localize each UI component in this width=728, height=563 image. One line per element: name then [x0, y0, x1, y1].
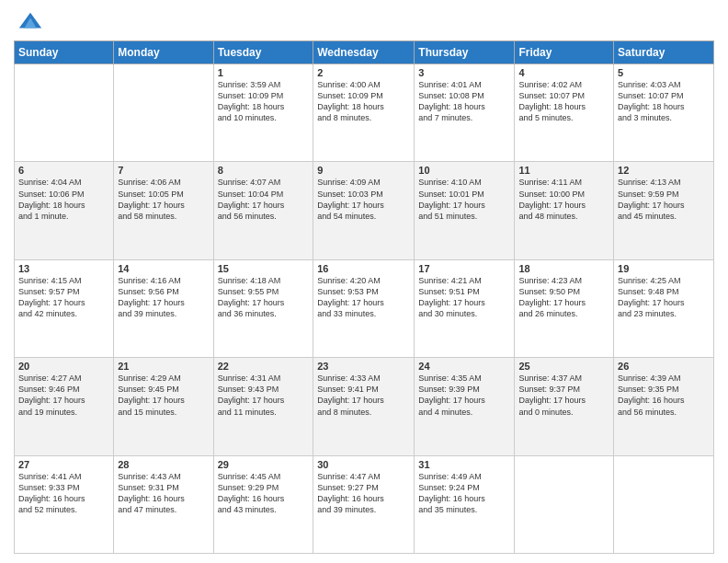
day-number: 22	[218, 361, 310, 372]
calendar-cell: 14Sunrise: 4:16 AM Sunset: 9:56 PM Dayli…	[114, 259, 213, 357]
calendar-cell: 21Sunrise: 4:29 AM Sunset: 9:45 PM Dayli…	[114, 358, 213, 455]
calendar-header-tuesday: Tuesday	[213, 41, 313, 64]
page: SundayMondayTuesdayWednesdayThursdayFrid…	[0, 0, 728, 563]
day-number: 19	[618, 263, 710, 274]
day-info: Sunrise: 4:18 AM Sunset: 9:55 PM Dayligh…	[218, 275, 310, 320]
calendar-header-saturday: Saturday	[614, 41, 714, 64]
calendar-cell	[614, 455, 714, 553]
calendar-cell: 11Sunrise: 4:11 AM Sunset: 10:00 PM Dayl…	[515, 162, 614, 259]
calendar-cell: 24Sunrise: 4:35 AM Sunset: 9:39 PM Dayli…	[415, 358, 515, 455]
day-info: Sunrise: 4:41 AM Sunset: 9:33 PM Dayligh…	[18, 471, 109, 516]
day-number: 9	[317, 165, 410, 176]
day-info: Sunrise: 4:03 AM Sunset: 10:07 PM Daylig…	[618, 79, 710, 124]
calendar-cell: 20Sunrise: 4:27 AM Sunset: 9:46 PM Dayli…	[15, 358, 114, 455]
calendar-cell: 17Sunrise: 4:21 AM Sunset: 9:51 PM Dayli…	[415, 259, 515, 357]
day-info: Sunrise: 4:45 AM Sunset: 9:29 PM Dayligh…	[218, 471, 310, 516]
calendar-cell	[515, 455, 614, 553]
day-info: Sunrise: 4:10 AM Sunset: 10:01 PM Daylig…	[418, 177, 510, 222]
day-number: 7	[118, 165, 209, 176]
calendar-week-4: 20Sunrise: 4:27 AM Sunset: 9:46 PM Dayli…	[15, 358, 714, 455]
calendar-cell: 18Sunrise: 4:23 AM Sunset: 9:50 PM Dayli…	[515, 259, 614, 357]
calendar-cell: 29Sunrise: 4:45 AM Sunset: 9:29 PM Dayli…	[213, 455, 313, 553]
day-info: Sunrise: 4:43 AM Sunset: 9:31 PM Dayligh…	[118, 471, 209, 516]
day-info: Sunrise: 4:23 AM Sunset: 9:50 PM Dayligh…	[518, 275, 609, 320]
day-info: Sunrise: 4:07 AM Sunset: 10:04 PM Daylig…	[218, 177, 310, 222]
day-number: 13	[18, 263, 109, 274]
calendar-cell: 5Sunrise: 4:03 AM Sunset: 10:07 PM Dayli…	[614, 64, 714, 162]
calendar-cell: 23Sunrise: 4:33 AM Sunset: 9:41 PM Dayli…	[313, 358, 415, 455]
day-number: 15	[218, 263, 310, 274]
calendar-cell: 10Sunrise: 4:10 AM Sunset: 10:01 PM Dayl…	[415, 162, 515, 259]
calendar-cell: 15Sunrise: 4:18 AM Sunset: 9:55 PM Dayli…	[213, 259, 313, 357]
calendar-table: SundayMondayTuesdayWednesdayThursdayFrid…	[14, 40, 714, 554]
day-info: Sunrise: 4:15 AM Sunset: 9:57 PM Dayligh…	[18, 275, 109, 320]
day-number: 25	[518, 361, 609, 372]
day-info: Sunrise: 3:59 AM Sunset: 10:09 PM Daylig…	[218, 79, 310, 124]
calendar-header-sunday: Sunday	[15, 41, 114, 64]
calendar-week-5: 27Sunrise: 4:41 AM Sunset: 9:33 PM Dayli…	[15, 455, 714, 553]
calendar-cell: 16Sunrise: 4:20 AM Sunset: 9:53 PM Dayli…	[313, 259, 415, 357]
calendar-header-thursday: Thursday	[415, 41, 515, 64]
day-info: Sunrise: 4:31 AM Sunset: 9:43 PM Dayligh…	[218, 373, 310, 418]
day-number: 20	[18, 361, 109, 372]
day-number: 14	[118, 263, 209, 274]
calendar-cell	[15, 64, 114, 162]
calendar-cell: 12Sunrise: 4:13 AM Sunset: 9:59 PM Dayli…	[614, 162, 714, 259]
calendar-header-friday: Friday	[515, 41, 614, 64]
day-info: Sunrise: 4:13 AM Sunset: 9:59 PM Dayligh…	[618, 177, 710, 222]
calendar-cell: 3Sunrise: 4:01 AM Sunset: 10:08 PM Dayli…	[415, 64, 515, 162]
day-number: 28	[118, 459, 209, 470]
day-number: 30	[317, 459, 410, 470]
day-number: 29	[218, 459, 310, 470]
day-number: 21	[118, 361, 209, 372]
day-info: Sunrise: 4:16 AM Sunset: 9:56 PM Dayligh…	[118, 275, 209, 320]
calendar-cell: 1Sunrise: 3:59 AM Sunset: 10:09 PM Dayli…	[213, 64, 313, 162]
day-number: 11	[518, 165, 609, 176]
calendar-cell	[114, 64, 213, 162]
day-number: 18	[518, 263, 609, 274]
calendar-cell: 27Sunrise: 4:41 AM Sunset: 9:33 PM Dayli…	[15, 455, 114, 553]
day-info: Sunrise: 4:47 AM Sunset: 9:27 PM Dayligh…	[317, 471, 410, 516]
day-number: 10	[418, 165, 510, 176]
day-info: Sunrise: 4:02 AM Sunset: 10:07 PM Daylig…	[518, 79, 609, 124]
calendar-cell: 2Sunrise: 4:00 AM Sunset: 10:09 PM Dayli…	[313, 64, 415, 162]
calendar-week-1: 1Sunrise: 3:59 AM Sunset: 10:09 PM Dayli…	[15, 64, 714, 162]
calendar-cell: 8Sunrise: 4:07 AM Sunset: 10:04 PM Dayli…	[213, 162, 313, 259]
day-info: Sunrise: 4:01 AM Sunset: 10:08 PM Daylig…	[418, 79, 510, 124]
calendar-header-monday: Monday	[114, 41, 213, 64]
day-info: Sunrise: 4:33 AM Sunset: 9:41 PM Dayligh…	[317, 373, 410, 418]
day-number: 6	[18, 165, 109, 176]
calendar-cell: 28Sunrise: 4:43 AM Sunset: 9:31 PM Dayli…	[114, 455, 213, 553]
day-number: 2	[317, 67, 410, 78]
day-number: 17	[418, 263, 510, 274]
day-info: Sunrise: 4:04 AM Sunset: 10:06 PM Daylig…	[18, 177, 109, 222]
calendar-cell: 4Sunrise: 4:02 AM Sunset: 10:07 PM Dayli…	[515, 64, 614, 162]
day-info: Sunrise: 4:09 AM Sunset: 10:03 PM Daylig…	[317, 177, 410, 222]
logo-icon	[17, 9, 43, 35]
logo	[14, 9, 43, 35]
day-number: 3	[418, 67, 510, 78]
day-info: Sunrise: 4:35 AM Sunset: 9:39 PM Dayligh…	[418, 373, 510, 418]
day-info: Sunrise: 4:21 AM Sunset: 9:51 PM Dayligh…	[418, 275, 510, 320]
calendar-header-wednesday: Wednesday	[313, 41, 415, 64]
day-number: 5	[618, 67, 710, 78]
calendar-cell: 6Sunrise: 4:04 AM Sunset: 10:06 PM Dayli…	[15, 162, 114, 259]
day-info: Sunrise: 4:27 AM Sunset: 9:46 PM Dayligh…	[18, 373, 109, 418]
calendar-cell: 9Sunrise: 4:09 AM Sunset: 10:03 PM Dayli…	[313, 162, 415, 259]
calendar-cell: 26Sunrise: 4:39 AM Sunset: 9:35 PM Dayli…	[614, 358, 714, 455]
day-info: Sunrise: 4:11 AM Sunset: 10:00 PM Daylig…	[518, 177, 609, 222]
day-info: Sunrise: 4:49 AM Sunset: 9:24 PM Dayligh…	[418, 471, 510, 516]
day-number: 31	[418, 459, 510, 470]
calendar-cell: 22Sunrise: 4:31 AM Sunset: 9:43 PM Dayli…	[213, 358, 313, 455]
day-info: Sunrise: 4:00 AM Sunset: 10:09 PM Daylig…	[317, 79, 410, 124]
day-number: 16	[317, 263, 410, 274]
day-number: 8	[218, 165, 310, 176]
day-number: 26	[618, 361, 710, 372]
calendar-cell: 25Sunrise: 4:37 AM Sunset: 9:37 PM Dayli…	[515, 358, 614, 455]
day-number: 24	[418, 361, 510, 372]
day-number: 1	[218, 67, 310, 78]
day-info: Sunrise: 4:39 AM Sunset: 9:35 PM Dayligh…	[618, 373, 710, 418]
day-info: Sunrise: 4:06 AM Sunset: 10:05 PM Daylig…	[118, 177, 209, 222]
header	[14, 9, 714, 35]
calendar-header-row: SundayMondayTuesdayWednesdayThursdayFrid…	[15, 41, 714, 64]
